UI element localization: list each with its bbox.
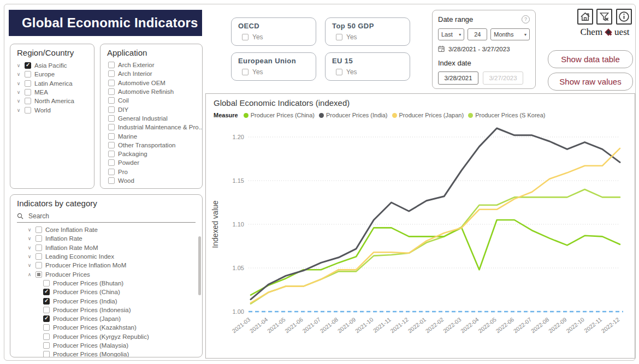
checkbox[interactable] — [43, 333, 50, 340]
checkbox[interactable] — [25, 71, 31, 77]
application-item[interactable]: Automotive Refinish — [108, 87, 202, 96]
checkbox[interactable] — [108, 124, 115, 130]
checkbox[interactable] — [43, 298, 50, 305]
checkbox[interactable] — [108, 62, 115, 68]
chevron-down-icon[interactable]: ∨ — [16, 81, 21, 86]
checkbox[interactable] — [36, 226, 42, 233]
indicator-category[interactable]: ∨Leading Economic Index — [27, 252, 202, 261]
series-line-4[interactable] — [251, 189, 620, 304]
application-item[interactable]: Arch Exterior — [108, 61, 202, 69]
checkbox[interactable] — [242, 69, 248, 75]
chevron-down-icon[interactable]: ∨ — [27, 227, 32, 232]
home-button[interactable] — [577, 9, 593, 25]
application-item[interactable]: Pro — [108, 168, 202, 176]
region-item[interactable]: ∨Asia Pacific — [16, 61, 94, 70]
toggle-yes-row[interactable]: Yes — [326, 65, 410, 76]
indicator-item[interactable]: Producer Prices (China) — [27, 288, 202, 296]
checkbox[interactable] — [25, 107, 31, 114]
legend-item[interactable]: Producer Prices (China) — [244, 112, 315, 118]
checkbox[interactable] — [25, 98, 31, 104]
checkbox[interactable] — [108, 106, 115, 113]
region-item[interactable]: ∨World — [16, 105, 94, 114]
range-mode-select[interactable]: Last▾ — [438, 28, 464, 40]
application-item[interactable]: DIY — [108, 105, 202, 114]
chevron-down-icon[interactable]: ∨ — [27, 245, 32, 250]
checkbox[interactable] — [25, 89, 31, 96]
index-end-input[interactable] — [483, 71, 523, 85]
indicator-item[interactable]: Producer Prices (Kazakhstan) — [27, 323, 202, 332]
chevron-down-icon[interactable]: ∨ — [16, 108, 21, 113]
checkbox[interactable] — [108, 142, 115, 148]
indicator-search[interactable] — [17, 212, 196, 223]
series-line-1[interactable] — [251, 220, 620, 295]
indicator-item[interactable]: Producer Prices (Malaysia) — [27, 341, 202, 350]
indicator-category[interactable]: ∨Inflation Rate — [27, 234, 202, 243]
application-item[interactable]: Packaging — [108, 150, 202, 158]
legend-item[interactable]: Producer Prices (Japan) — [392, 112, 464, 118]
checkbox[interactable] — [36, 271, 42, 278]
checkbox[interactable] — [25, 62, 31, 69]
application-item[interactable]: Powder — [108, 158, 202, 167]
application-item[interactable]: Industrial Maintenance & Pro... — [108, 123, 202, 132]
checkbox[interactable] — [108, 159, 115, 166]
region-item[interactable]: ∨North America — [16, 97, 94, 105]
checkbox[interactable] — [36, 244, 42, 251]
region-item[interactable]: ∨MEA — [16, 88, 94, 97]
checkbox[interactable] — [36, 235, 42, 242]
checkbox[interactable] — [108, 115, 115, 122]
checkbox[interactable] — [36, 253, 42, 260]
checkbox[interactable] — [108, 70, 115, 77]
checkbox[interactable] — [108, 80, 115, 86]
checkbox[interactable] — [242, 34, 248, 40]
application-item[interactable]: Wood — [108, 176, 202, 185]
indicator-item[interactable]: Producer Prices (India) — [27, 296, 202, 305]
search-input[interactable] — [27, 212, 190, 220]
indicator-category[interactable]: ∨Inflation Rate MoM — [27, 243, 202, 252]
info-button[interactable] — [616, 9, 632, 25]
checkbox[interactable] — [108, 177, 115, 184]
indicator-item[interactable]: Producer Prices (Mongolia) — [27, 350, 202, 357]
range-unit-select[interactable]: Months▾ — [490, 28, 530, 40]
checkbox[interactable] — [43, 280, 50, 287]
line-chart[interactable]: 1.001.051.101.151.202021-032021-042021-0… — [209, 120, 630, 349]
checkbox[interactable] — [43, 342, 50, 349]
indicator-category[interactable]: ∨Core Inflation Rate — [27, 225, 202, 234]
index-start-input[interactable] — [438, 71, 478, 85]
checkbox[interactable] — [36, 262, 42, 268]
clear-filters-button[interactable] — [596, 9, 612, 25]
checkbox[interactable] — [108, 169, 115, 175]
indicator-item[interactable]: Producer Prices (Kyrgyz Republic) — [27, 332, 202, 341]
chevron-down-icon[interactable]: ∨ — [27, 262, 32, 268]
toggle-yes-row[interactable]: Yes — [232, 65, 316, 76]
series-line-2[interactable] — [251, 128, 620, 300]
chevron-down-icon[interactable]: ∨ — [16, 89, 21, 95]
chevron-down-icon[interactable]: ∨ — [16, 71, 21, 77]
region-item[interactable]: ∨Latin America — [16, 79, 94, 88]
chevron-up-icon[interactable]: ∧ — [27, 272, 32, 277]
checkbox[interactable] — [108, 151, 115, 157]
region-item[interactable]: ∨Europe — [16, 70, 94, 79]
series-line-3[interactable] — [251, 148, 620, 303]
checkbox[interactable] — [43, 289, 50, 295]
checkbox[interactable] — [43, 351, 50, 357]
show-data-table-button[interactable]: Show data table — [548, 50, 633, 68]
checkbox[interactable] — [25, 80, 31, 87]
indicator-category[interactable]: ∨Producer Price Inflation MoM — [27, 261, 202, 270]
application-item[interactable]: Other Transportation — [108, 141, 202, 150]
checkbox[interactable] — [336, 69, 342, 75]
indicator-item[interactable]: Producer Prices (Bhutan) — [27, 279, 202, 288]
application-item[interactable]: Automotive OEM — [108, 79, 202, 87]
indicator-category[interactable]: ∧Producer Prices — [27, 270, 202, 278]
checkbox[interactable] — [43, 315, 50, 322]
legend-item[interactable]: Producer Prices (S Korea) — [468, 112, 545, 118]
indicator-item[interactable]: Producer Prices (Indonesia) — [27, 306, 202, 314]
legend-item[interactable]: Producer Prices (India) — [319, 112, 388, 118]
application-item[interactable]: Marine — [108, 132, 202, 140]
application-item[interactable]: Arch Interior — [108, 69, 202, 78]
indicator-item[interactable]: Producer Prices (Japan) — [27, 314, 202, 323]
indicators-scrollbar[interactable] — [198, 236, 201, 295]
chevron-down-icon[interactable]: ∨ — [16, 63, 21, 68]
application-item[interactable]: General Industrial — [108, 114, 202, 123]
checkbox[interactable] — [108, 97, 115, 104]
checkbox[interactable] — [108, 88, 115, 95]
